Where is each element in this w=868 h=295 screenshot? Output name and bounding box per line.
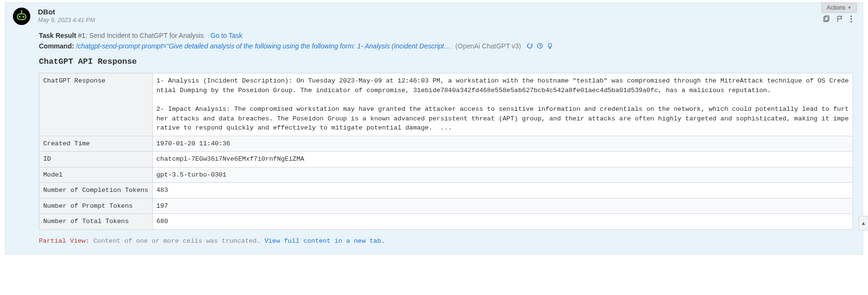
task-result-card: Actions ▼ DBot May 9, 2023 4:41 PM (5, 2, 863, 255)
kebab-menu-icon[interactable] (850, 15, 852, 24)
table-row-value: 680 (152, 214, 853, 230)
caret-down-icon: ▼ (847, 5, 852, 10)
table-row: Number of Prompt Tokens197 (39, 198, 853, 214)
lightbulb-icon[interactable] (547, 43, 553, 50)
partial-view-notice: Partial View: Content of one or more cel… (39, 237, 853, 245)
table-row: Created Time1970-01-20 11:40:36 (39, 136, 853, 152)
scroll-up-arrow[interactable]: ▲ (858, 216, 868, 230)
card-body: Task Result #1: Send Incident to ChatGPT… (5, 32, 863, 245)
svg-point-9 (851, 18, 852, 20)
partial-view-text: Content of one or more cells was truncat… (93, 237, 260, 245)
response-title: ChatGPT API Response (39, 57, 853, 66)
svg-point-10 (851, 21, 852, 23)
task-result-label: Task Result (39, 32, 76, 39)
command-line: Command: !chatgpt-send-prompt prompt="Gi… (39, 42, 853, 50)
header-meta: DBot May 9, 2023 4:41 PM (38, 8, 822, 24)
actions-label: Actions (827, 4, 845, 11)
svg-point-0 (13, 8, 30, 25)
table-row-label: ID (39, 152, 153, 167)
table-row: Number of Completion Tokens483 (39, 183, 853, 199)
partial-view-label: Partial View: (39, 237, 89, 245)
command-text: !chatgpt-send-prompt prompt="Give detail… (76, 42, 451, 50)
table-row: ChatGPT Response1- Analysis (Incident De… (39, 73, 853, 136)
svg-point-2 (19, 16, 21, 18)
dbot-avatar-icon (13, 8, 30, 25)
task-description: Send Incident to ChatGPT for Analysis (89, 32, 204, 39)
task-result-line: Task Result #1: Send Incident to ChatGPT… (39, 32, 853, 39)
response-table: ChatGPT Response1- Analysis (Incident De… (39, 73, 853, 230)
clock-icon[interactable] (537, 43, 543, 50)
go-to-task-link[interactable]: Go to Task (210, 32, 242, 39)
svg-point-8 (851, 15, 852, 17)
table-row-label: Number of Completion Tokens (39, 183, 153, 199)
actions-dropdown[interactable]: Actions ▼ (821, 2, 857, 13)
table-row-label: Created Time (39, 136, 153, 152)
table-row-label: Number of Total Tokens (39, 214, 153, 230)
flag-icon[interactable] (836, 15, 844, 24)
task-number: #1: (78, 32, 87, 39)
table-row: IDchatcmpl-7EGw36i7Nve6EMxf7i0rnfNgEiZMA (39, 152, 853, 167)
table-row: Modelgpt-3.5-turbo-0301 (39, 167, 853, 183)
integration-name: (OpenAi ChatGPT v3) (456, 42, 521, 50)
view-full-content-link[interactable]: View full content in a new tab. (265, 237, 385, 245)
command-action-icons (525, 42, 553, 50)
command-label: Command: (39, 42, 74, 50)
table-row-label: Number of Prompt Tokens (39, 198, 153, 214)
copy-icon[interactable] (822, 15, 830, 24)
card-header: DBot May 9, 2023 4:41 PM (5, 3, 863, 25)
svg-point-5 (21, 10, 22, 12)
avatar (13, 8, 30, 25)
table-row-value: gpt-3.5-turbo-0301 (152, 167, 853, 183)
timestamp: May 9, 2023 4:41 PM (38, 17, 822, 24)
table-row-value: 483 (152, 183, 853, 199)
table-row-value: 197 (152, 198, 853, 214)
table-row-value: 1970-01-20 11:40:36 (152, 136, 853, 152)
rerun-icon[interactable] (527, 43, 533, 50)
table-row-value: 1- Analysis (Incident Description): On T… (152, 73, 853, 136)
table-row-label: ChatGPT Response (39, 73, 153, 136)
header-action-icons (822, 15, 852, 24)
svg-point-3 (23, 16, 24, 18)
table-row-value: chatcmpl-7EGw36i7Nve6EMxf7i0rnfNgEiZMA (152, 152, 853, 167)
table-row: Number of Total Tokens680 (39, 214, 853, 230)
author-name: DBot (38, 8, 822, 16)
table-row-label: Model (39, 167, 153, 183)
